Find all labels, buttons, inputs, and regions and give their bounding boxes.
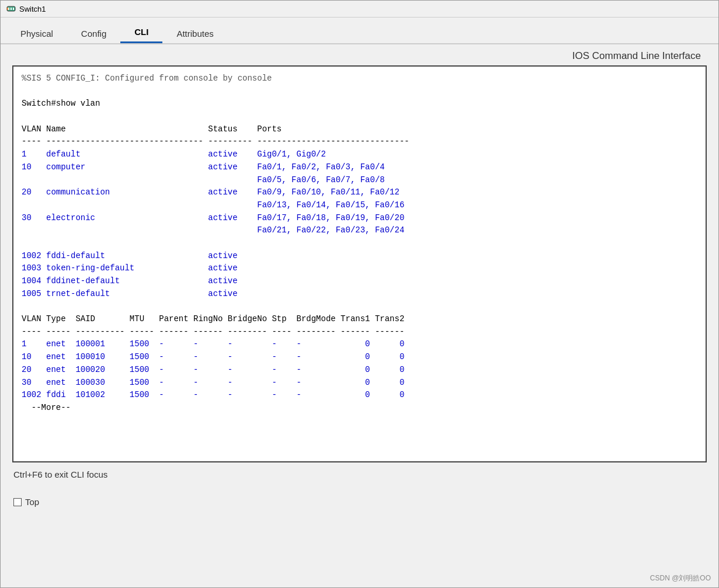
svg-rect-1 (8, 8, 9, 10)
top-checkbox-area[interactable]: Top (13, 497, 39, 507)
tab-cli[interactable]: CLI (120, 22, 162, 43)
switch-icon (6, 4, 16, 13)
top-checkbox[interactable] (13, 498, 22, 506)
cli-hint: Ctrl+F6 to exit CLI focus (1, 462, 718, 486)
tab-attributes[interactable]: Attributes (162, 24, 227, 43)
tab-config[interactable]: Config (67, 24, 120, 43)
svg-rect-3 (13, 8, 14, 10)
svg-rect-2 (11, 8, 12, 10)
cli-terminal[interactable]: %SIS 5 CONFIG_I: Configured from console… (12, 65, 707, 462)
window-title: Switch1 (19, 5, 46, 13)
cli-output: %SIS 5 CONFIG_I: Configured from console… (22, 72, 697, 415)
tab-bar: Physical Config CLI Attributes (1, 18, 718, 44)
ios-label: IOS Command Line Interface (1, 44, 718, 65)
tab-physical[interactable]: Physical (6, 24, 67, 43)
titlebar: Switch1 (1, 1, 718, 18)
bottom-bar: Top (1, 486, 718, 517)
top-label: Top (25, 497, 39, 507)
watermark: CSDN @刘明皓OO (650, 573, 711, 583)
